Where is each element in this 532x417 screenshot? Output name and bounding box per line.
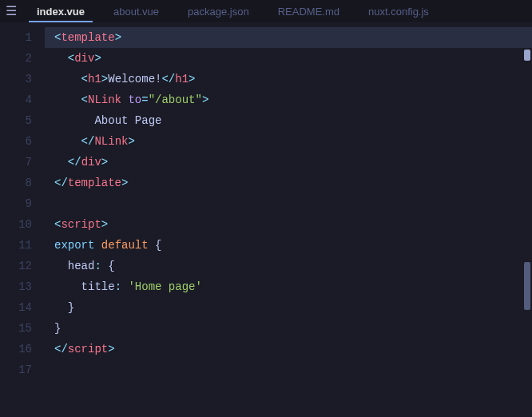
tab-label: nuxt.config.js (368, 6, 429, 18)
line-number: 16 (0, 339, 45, 359)
line-number: 11 (0, 235, 45, 256)
line-number: 5 (0, 110, 45, 131)
line-number: 12 (0, 256, 45, 276)
scrollbar-thumb[interactable] (524, 262, 530, 310)
line-number: 9 (0, 193, 45, 214)
code-line: head: { (45, 256, 532, 276)
line-number: 3 (0, 69, 45, 89)
code-line: </NLink> (45, 131, 532, 152)
code-area[interactable]: <template> <div> <h1>Welcome!</h1> <NLin… (45, 22, 532, 417)
code-line: <h1>Welcome!</h1> (45, 69, 532, 89)
line-number: 4 (0, 89, 45, 110)
top-bar: ☰ index.vue about.vue package.json READM… (0, 0, 532, 22)
line-number: 15 (0, 318, 45, 339)
tab-bar: index.vue about.vue package.json README.… (22, 0, 532, 22)
code-editor[interactable]: 1 2 3 4 5 6 7 8 9 10 11 12 13 14 15 16 1… (0, 22, 532, 417)
tab-label: index.vue (37, 6, 85, 18)
line-number: 1 (0, 27, 45, 48)
tab-label: package.json (188, 6, 249, 18)
code-line: </div> (45, 152, 532, 173)
line-number: 17 (0, 359, 45, 380)
code-line (45, 359, 532, 380)
line-number: 13 (0, 276, 45, 297)
code-line: <template> (45, 27, 532, 48)
tab-readme-md[interactable]: README.md (264, 0, 354, 22)
scrollbar-thumb[interactable] (524, 50, 530, 61)
code-line: </script> (45, 339, 532, 359)
line-number: 2 (0, 48, 45, 69)
code-line: <script> (45, 214, 532, 235)
tab-label: about.vue (113, 6, 159, 18)
tab-about-vue[interactable]: about.vue (99, 0, 173, 22)
code-line: <NLink to="/about"> (45, 89, 532, 110)
tab-index-vue[interactable]: index.vue (22, 0, 99, 22)
code-line: } (45, 318, 532, 339)
code-line: title: 'Home page' (45, 276, 532, 297)
line-number: 8 (0, 173, 45, 193)
code-line: </template> (45, 173, 532, 193)
line-number: 6 (0, 131, 45, 152)
code-line (45, 193, 532, 214)
code-line: } (45, 297, 532, 318)
line-number: 14 (0, 297, 45, 318)
line-number: 10 (0, 214, 45, 235)
tab-nuxt-config-js[interactable]: nuxt.config.js (354, 0, 443, 22)
line-number: 7 (0, 152, 45, 173)
code-line: <div> (45, 48, 532, 69)
tab-package-json[interactable]: package.json (173, 0, 264, 22)
code-line: export default { (45, 235, 532, 256)
hamburger-menu-icon[interactable]: ☰ (0, 0, 22, 22)
tab-label: README.md (278, 6, 339, 18)
line-number-gutter: 1 2 3 4 5 6 7 8 9 10 11 12 13 14 15 16 1… (0, 22, 45, 417)
code-line: About Page (45, 110, 532, 131)
